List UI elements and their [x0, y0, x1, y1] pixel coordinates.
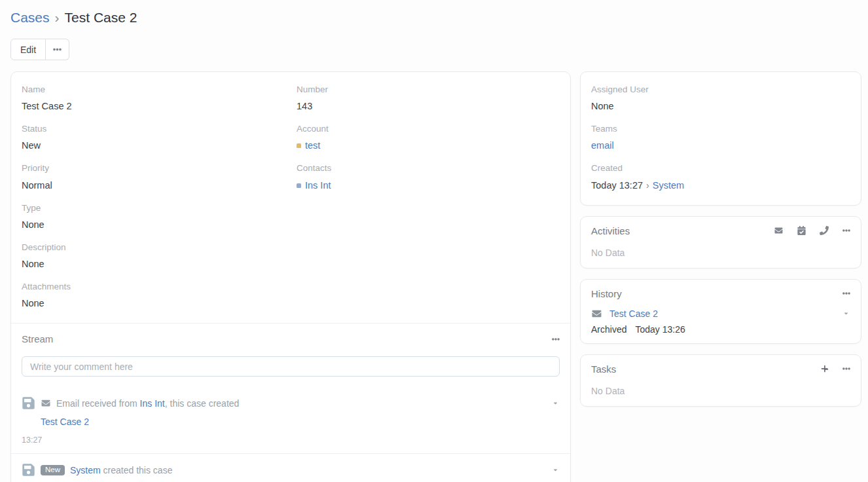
history-entry-dropdown-button[interactable] [842, 310, 850, 316]
activities-empty-text: No Data [581, 236, 861, 268]
team-link[interactable]: email [591, 140, 614, 151]
history-menu-button[interactable] [842, 289, 850, 297]
system-avatar [22, 463, 35, 477]
created-by-link[interactable]: System [653, 180, 684, 191]
field-contacts: Contacts Ins Int [297, 162, 560, 192]
field-name: Name Test Case 2 [22, 84, 297, 113]
field-created: Created Today 13:27›System [591, 162, 850, 192]
breadcrumb: Cases›Test Case 2 [10, 0, 861, 32]
status-badge-new: New [41, 465, 65, 476]
activities-menu-button[interactable] [842, 227, 850, 234]
post-timestamp: 13:27 [22, 436, 560, 445]
tasks-panel: Tasks No Data [580, 354, 861, 407]
record-toolbar: Edit [10, 39, 861, 60]
side-default-panel: Assigned User None Teams email Created T… [580, 71, 861, 206]
activities-panel: Activities [580, 216, 861, 269]
detail-fields-left: Name Test Case 2 Status New Priority Nor… [22, 84, 297, 320]
log-call-button[interactable] [820, 226, 829, 235]
history-panel: History Test Case 2 [580, 279, 861, 344]
ellipsis-icon [842, 365, 850, 373]
caret-down-icon [843, 310, 849, 316]
tasks-empty-text: No Data [581, 375, 861, 406]
add-task-button[interactable] [820, 365, 829, 373]
email-icon [591, 309, 602, 318]
detail-fields-right: Number 143 Account test Contacts Ins Int [297, 84, 560, 320]
tasks-title: Tasks [591, 363, 616, 375]
field-number: Number 143 [297, 84, 560, 113]
case-record-panel: Name Test Case 2 Status New Priority Nor… [10, 71, 571, 482]
ellipsis-icon [842, 289, 850, 297]
calendar-check-icon [797, 226, 806, 235]
ellipsis-icon [53, 45, 62, 54]
field-description: Description None [22, 242, 297, 271]
contact-color-swatch [297, 183, 301, 188]
stream-title: Stream [22, 333, 53, 344]
system-avatar [22, 396, 35, 410]
comment-input[interactable] [22, 356, 560, 377]
caret-down-icon [552, 467, 558, 473]
contact-link[interactable]: Ins Int [305, 180, 331, 191]
breadcrumb-cases-link[interactable]: Cases [10, 10, 50, 25]
user-link[interactable]: System [70, 465, 101, 475]
more-actions-button[interactable] [46, 39, 69, 60]
field-account: Account test [297, 123, 560, 153]
activities-title: Activities [591, 225, 630, 236]
schedule-meeting-button[interactable] [797, 226, 806, 235]
caret-down-icon [552, 400, 558, 406]
field-teams: Teams email [591, 123, 850, 153]
tasks-menu-button[interactable] [842, 365, 850, 373]
edit-button[interactable]: Edit [10, 39, 46, 60]
phone-icon [820, 226, 829, 235]
field-type: Type None [22, 202, 297, 232]
post-dropdown-button[interactable] [551, 467, 560, 473]
case-detail-page: Cases›Test Case 2 Edit Name Test Case 2 [0, 0, 868, 482]
history-email-link[interactable]: Test Case 2 [609, 308, 658, 319]
stream-post-email: Email received from Ins Int, this case c… [11, 387, 570, 453]
compose-email-button[interactable] [774, 227, 784, 234]
history-title: History [591, 288, 622, 299]
created-separator: › [646, 180, 649, 191]
page-title: Test Case 2 [65, 10, 137, 25]
created-datetime: Today 13:27 [591, 180, 643, 191]
field-priority: Priority Normal [22, 162, 297, 192]
email-subject-link[interactable]: Test Case 2 [41, 417, 89, 427]
stream-menu-button[interactable] [552, 335, 560, 343]
detail-fields: Name Test Case 2 Status New Priority Nor… [11, 72, 570, 323]
stream-panel: Stream [11, 323, 570, 482]
field-status: Status New [22, 123, 297, 153]
contact-link[interactable]: Ins Int [140, 398, 165, 409]
ellipsis-icon [552, 335, 560, 343]
post-message: System created this case [70, 465, 172, 475]
history-email-time: Today 13:26 [635, 324, 685, 335]
plus-icon [820, 365, 829, 373]
history-email-status: Archived [591, 324, 626, 335]
breadcrumb-separator: › [55, 10, 60, 25]
field-attachments: Attachments None [22, 281, 297, 310]
history-entry: Test Case 2 Archived Today 13:26 [581, 299, 861, 343]
field-assigned-user: Assigned User None [591, 84, 850, 113]
post-message: Email received from Ins Int, this case c… [56, 398, 239, 409]
stream-post-created: New System created this case 13:27 [11, 453, 570, 482]
email-icon [41, 399, 51, 407]
ellipsis-icon [842, 227, 850, 234]
account-color-swatch [297, 143, 301, 148]
email-icon [774, 227, 784, 234]
post-dropdown-button[interactable] [551, 400, 560, 406]
account-link[interactable]: test [305, 140, 320, 151]
